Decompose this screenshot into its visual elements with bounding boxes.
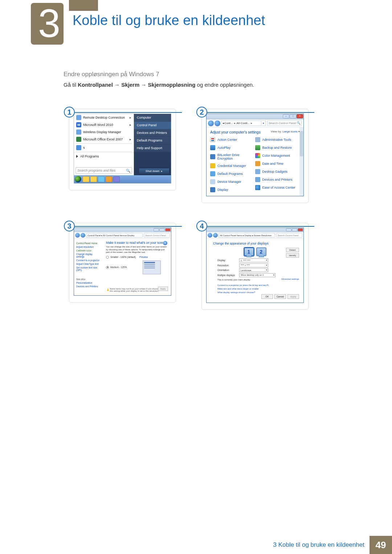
start-link-default-programs[interactable]: Default Programs (134, 137, 171, 144)
side-link[interactable]: Set custom text size (DPI) (76, 266, 101, 271)
maximize-button[interactable]: □ (290, 114, 296, 118)
crumb-part: All Conti... (237, 122, 250, 125)
display-window: Control Panel ▸ All Control Panel Items … (74, 227, 171, 296)
monitor-2[interactable]: 2 (256, 247, 266, 256)
minimize-button[interactable] (286, 228, 291, 231)
taskbar-icon[interactable] (83, 176, 89, 182)
side-link[interactable]: Adjust resolution (76, 246, 101, 248)
side-link-active[interactable]: Calibrate color (76, 249, 101, 252)
what-link[interactable]: What display settings should I choose? (217, 291, 303, 294)
breadcrumb[interactable]: All Control Panel Items ▸ Display ▸ Scre… (219, 233, 275, 238)
preview-link[interactable]: Preview (139, 256, 148, 258)
side-link[interactable]: Devices and Printers (76, 285, 101, 288)
side-link[interactable]: Adjust ClearType text (76, 263, 101, 265)
cp-item-backup[interactable]: Backup and Restore (255, 144, 300, 152)
cp-item-label: Credential Manager (217, 164, 246, 168)
search-input[interactable]: Search Control Panel (276, 233, 302, 238)
side-link[interactable]: Change display settings (76, 253, 101, 258)
cp-col-left: Action Center AutoPlay BitLocker Drive E… (210, 136, 255, 194)
start-link-control-panel[interactable]: Control Panel (134, 122, 171, 129)
forward-icon[interactable] (213, 233, 218, 238)
help-icon[interactable]: ? (163, 241, 167, 245)
side-home[interactable]: Control Panel Home (76, 242, 101, 245)
taskbar-icon[interactable] (98, 176, 105, 182)
close-button[interactable] (298, 228, 303, 231)
cancel-button[interactable]: Cancel (274, 294, 286, 299)
search-input[interactable]: Search Control Panel (144, 233, 170, 238)
maximize-button[interactable] (159, 228, 165, 231)
back-icon[interactable] (75, 233, 80, 238)
cp-item-device-manager[interactable]: Device Manager (210, 178, 255, 186)
taskbar-icon[interactable] (106, 176, 112, 182)
cp-item-autoplay[interactable]: AutoPlay (210, 144, 255, 152)
flag-icon (210, 137, 215, 142)
start-menu-item[interactable]: WMicrosoft Word 2010▸ (74, 121, 134, 128)
minimize-button[interactable]: – (283, 114, 289, 118)
identify-button[interactable]: Identify (286, 253, 299, 258)
scrollbar-thumb[interactable] (300, 131, 303, 156)
cp-item-gadgets[interactable]: Desktop Gadgets (255, 168, 300, 176)
cp-item-bitlocker[interactable]: BitLocker Drive Encryption (210, 152, 255, 162)
cp-item-display[interactable]: Display (210, 186, 255, 194)
orientation-select[interactable]: Landscape (239, 268, 268, 272)
cp-item-datetime[interactable]: Date and Time (255, 160, 300, 168)
side-link[interactable]: Connect to a projector (76, 259, 101, 262)
search-input[interactable]: Search Control Panel🔍 (267, 120, 302, 126)
dropdown-icon[interactable]: ▾ (261, 120, 266, 126)
chapter-title: Koble til og bruke en kildeenhet (73, 13, 265, 28)
start-menu-item[interactable]: Microsoft Office Excel 2007▸ (74, 136, 134, 143)
cp-item-label: Desktop Gadgets (262, 170, 288, 173)
larger-link[interactable]: Make text and other items larger or smal… (217, 288, 303, 290)
breadcrumb[interactable]: ▸Cont...▸All Conti...▸ (221, 120, 261, 126)
taskbar-icon[interactable] (113, 176, 120, 182)
apply-button[interactable]: Apply (287, 294, 299, 299)
close-button[interactable]: × (297, 114, 303, 118)
radio-smaller[interactable]: Smaller - 100% (default)Preview (106, 256, 168, 259)
start-link-devices-printers[interactable]: Devices and Printers (134, 129, 171, 137)
all-programs-button[interactable]: All Programs (74, 152, 134, 160)
forward-icon[interactable] (215, 120, 220, 126)
start-menu-item[interactable]: Remote Desktop Connection▸ (74, 114, 134, 121)
detect-button[interactable]: Detect (286, 248, 299, 252)
row-multiple: Multiple displays:Show desktop only on 1 (217, 273, 303, 277)
cp-item-action-center[interactable]: Action Center (210, 136, 255, 144)
taskbar-icon[interactable] (90, 176, 97, 182)
step-badge-2: 2 (196, 107, 207, 118)
cp-item-default-programs[interactable]: Default Programs (210, 170, 255, 178)
tools-icon (255, 137, 260, 142)
start-menu-item[interactable]: Wireless Display Manager (74, 128, 134, 136)
close-button[interactable] (165, 228, 171, 231)
shutdown-button[interactable]: Shut down▸ (139, 168, 170, 174)
side-link[interactable]: Personalization (76, 282, 101, 284)
projector-link[interactable]: Connect to a projector (or press the ⊞ k… (217, 284, 303, 286)
start-link-computer[interactable]: Computer (134, 114, 171, 122)
search-programs-input[interactable]: Search programs and files🔍 (75, 167, 132, 174)
advanced-settings-link[interactable]: Advanced settings (281, 278, 299, 280)
resolution-select[interactable]: **** × **** (239, 263, 268, 267)
maximize-button[interactable] (292, 228, 297, 231)
window-titlebar (74, 228, 171, 232)
viewby-link[interactable]: Large icons (282, 130, 297, 133)
start-orb-icon[interactable] (75, 176, 81, 182)
forward-icon[interactable] (81, 233, 85, 238)
breadcrumb[interactable]: Control Panel ▸ All Control Panel Items … (86, 233, 143, 238)
cp-item-devices-printers[interactable]: Devices and Printers (255, 176, 300, 184)
display-select[interactable]: 1. **** **** (239, 258, 268, 262)
multiple-displays-select[interactable]: Show desktop only on 1 (239, 273, 275, 277)
scrollbar[interactable] (299, 127, 303, 196)
cp-item-credential[interactable]: Credential Manager (210, 162, 255, 170)
minimize-button[interactable] (154, 228, 159, 231)
what-text: What display settings should I choose? (217, 291, 255, 294)
start-link-help-support[interactable]: Help and Support (134, 144, 171, 152)
monitor-1[interactable]: 1 (244, 247, 254, 256)
rdc-icon (76, 115, 81, 120)
ok-button[interactable]: OK (261, 294, 273, 299)
back-icon[interactable] (208, 120, 214, 126)
cp-item-color[interactable]: Color Management (255, 152, 300, 160)
cp-item-admin-tools[interactable]: Administrative Tools (255, 136, 300, 144)
cp-item-ease-of-access[interactable]: Ease of Access Center (255, 184, 300, 192)
back-icon[interactable] (208, 233, 212, 238)
screenshot-1-start-menu: Remote Desktop Connection▸ WMicrosoft Wo… (69, 109, 176, 190)
apply-button[interactable]: Apply (158, 287, 168, 291)
start-menu-item[interactable]: s (74, 144, 134, 151)
